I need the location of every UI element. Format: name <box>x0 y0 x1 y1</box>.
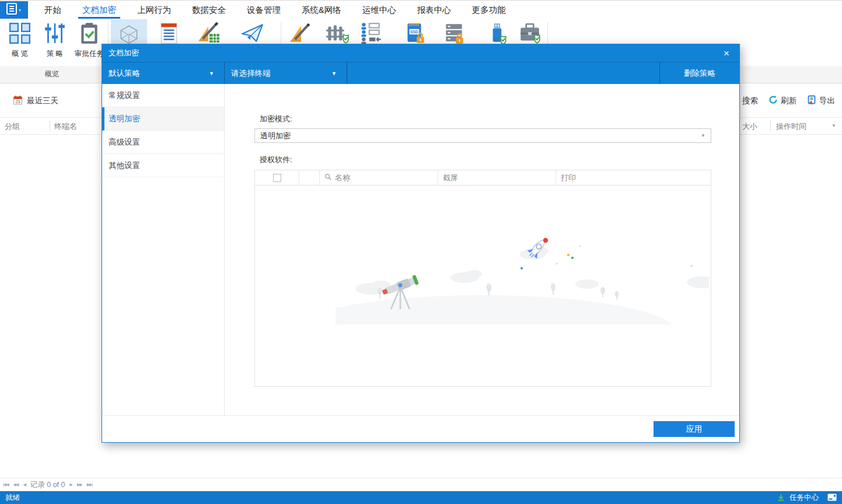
column-filter-arrow-icon[interactable]: ▼ <box>831 123 836 128</box>
menu-tab-ops-center[interactable]: 运维中心 <box>358 1 400 19</box>
column-header-screenshot[interactable]: 截屏 <box>438 170 555 185</box>
dialog-title-bar: 文档加密 × <box>102 44 739 62</box>
workspace-actions: 搜索 刷新 导出 <box>730 95 835 106</box>
column-header-name[interactable]: 名称 <box>319 170 438 185</box>
dialog-footer: 应用 <box>102 415 739 442</box>
menu-tab-doc-encryption[interactable]: 文档加密 <box>78 1 120 19</box>
spacer-cell <box>299 170 319 185</box>
dialog-toolbar-spacer <box>347 62 659 84</box>
app-document-icon <box>6 3 17 17</box>
grid-icon <box>8 21 32 47</box>
refresh-button[interactable]: 刷新 <box>768 95 796 106</box>
refresh-icon <box>768 95 778 106</box>
column-header-time[interactable]: 操作时间 <box>776 121 806 132</box>
status-bar: 就绪 任务中心 <box>0 491 842 504</box>
search-icon <box>324 173 331 182</box>
pager-fast-prev-icon[interactable]: ◀◀ <box>13 482 19 487</box>
column-header-terminal[interactable]: 终端名 <box>54 121 77 132</box>
dialog-sidebar: 常规设置 透明加密 高级设置 其他设置 <box>102 84 225 415</box>
column-separator <box>50 121 50 131</box>
ribbon-policy-button[interactable]: 策 略 <box>39 21 71 59</box>
encryption-mode-label: 加密模式: <box>260 114 292 124</box>
authorized-software-label: 授权软件: <box>260 155 292 165</box>
application-window: ▼ 开始 文档加密 上网行为 数据安全 设备管理 系统&网络 运维中心 报表中心… <box>0 0 842 504</box>
refresh-label: 刷新 <box>781 96 796 106</box>
chevron-down-icon: ▼ <box>701 133 705 138</box>
terminal-select-value: 请选择终端 <box>231 68 271 79</box>
menu-tab-more[interactable]: 更多功能 <box>468 1 510 19</box>
pager-last-icon[interactable]: ▶▶| <box>87 482 93 487</box>
select-all-cell <box>255 170 299 185</box>
column-name-label: 名称 <box>335 173 350 183</box>
menu-bar: ▼ 开始 文档加密 上网行为 数据安全 设备管理 系统&网络 运维中心 报表中心… <box>0 1 842 19</box>
export-button[interactable]: 导出 <box>807 95 835 106</box>
menu-tab-system-network[interactable]: 系统&网络 <box>298 1 345 19</box>
encryption-mode-value: 透明加密 <box>260 131 291 141</box>
pager-next-icon[interactable]: ▶ <box>70 482 72 487</box>
column-print-label: 打印 <box>561 173 576 183</box>
doc-encryption-dialog: 文档加密 × 默认策略 ▼ 请选择终端 ▼ 删除策略 常规设置 透明加密 高级设… <box>102 44 740 443</box>
menu-tab-data-security[interactable]: 数据安全 <box>188 1 230 19</box>
chevron-down-icon: ▼ <box>18 8 22 12</box>
ribbon-group-label: 概览 <box>34 66 70 83</box>
date-filter-label: 最近三天 <box>27 96 58 106</box>
search-label: 搜索 <box>742 96 758 106</box>
dialog-title: 文档加密 <box>109 48 139 58</box>
export-icon <box>807 95 816 106</box>
column-header-group[interactable]: 分组 <box>5 121 20 132</box>
menu-tab-device-mgmt[interactable]: 设备管理 <box>243 1 285 19</box>
policy-select[interactable]: 默认策略 ▼ <box>102 62 225 84</box>
column-header-print[interactable]: 打印 <box>555 170 711 185</box>
task-center-button[interactable]: 任务中心 <box>789 493 819 503</box>
column-header-size[interactable]: 大小 <box>742 121 757 132</box>
chevron-down-icon: ▼ <box>331 71 340 76</box>
encryption-mode-select[interactable]: 透明加密 ▼ <box>254 128 711 143</box>
dialog-toolbar: 默认策略 ▼ 请选择终端 ▼ 删除策略 <box>102 62 739 84</box>
empty-state-illustration <box>336 231 709 324</box>
ribbon-overview-button[interactable]: 概 览 <box>4 21 36 59</box>
status-ready-label: 就绪 <box>5 493 20 503</box>
record-count-label: 记录 0 of 0 <box>30 480 65 490</box>
export-label: 导出 <box>819 96 835 106</box>
nav-item-other-settings[interactable]: 其他设置 <box>102 154 224 177</box>
ribbon-button-label: 策 略 <box>47 49 63 59</box>
pager-fast-next-icon[interactable]: ▶▶ <box>77 482 82 487</box>
delete-policy-button[interactable]: 删除策略 <box>659 62 739 84</box>
policy-select-value: 默认策略 <box>109 68 140 79</box>
message-panel-icon[interactable] <box>827 494 837 503</box>
clipboard-check-icon <box>77 21 102 47</box>
nav-item-general-settings[interactable]: 常规设置 <box>102 84 224 107</box>
select-all-checkbox[interactable] <box>273 174 281 182</box>
menu-tab-start[interactable]: 开始 <box>40 1 65 19</box>
calendar-icon: 23 <box>13 95 23 107</box>
svg-text:23: 23 <box>16 100 20 104</box>
apply-button[interactable]: 应用 <box>654 421 735 437</box>
svg-text:SSD: SSD <box>410 30 418 34</box>
app-menu-button[interactable]: ▼ <box>0 1 28 19</box>
nav-item-advanced-settings[interactable]: 高级设置 <box>102 131 224 154</box>
nav-item-transparent-encryption[interactable]: 透明加密 <box>102 107 224 131</box>
chevron-down-icon: ▼ <box>209 71 218 76</box>
ribbon-button-label: 审批任务 <box>75 49 104 59</box>
menu-tab-report-center[interactable]: 报表中心 <box>413 1 455 19</box>
ribbon-button-label: 概 览 <box>12 49 28 59</box>
menu-tabs: 开始 文档加密 上网行为 数据安全 设备管理 系统&网络 运维中心 报表中心 更… <box>34 1 516 19</box>
software-table-header: 名称 截屏 打印 <box>255 170 711 186</box>
sliders-icon <box>43 21 67 47</box>
menu-tab-web-behavior[interactable]: 上网行为 <box>133 1 175 19</box>
pagination-bar: |◀◀ ◀◀ ◀ 记录 0 of 0 ▶ ▶▶ ▶▶| <box>0 478 842 491</box>
download-icon <box>777 493 785 503</box>
column-screenshot-label: 截屏 <box>443 173 458 183</box>
terminal-select[interactable]: 请选择终端 ▼ <box>225 62 347 84</box>
close-icon[interactable]: × <box>720 48 733 58</box>
column-separator <box>770 121 771 131</box>
pager-first-icon[interactable]: |◀◀ <box>3 482 9 487</box>
pager-prev-icon[interactable]: ◀ <box>23 482 25 487</box>
date-filter[interactable]: 23 最近三天 <box>13 95 58 107</box>
